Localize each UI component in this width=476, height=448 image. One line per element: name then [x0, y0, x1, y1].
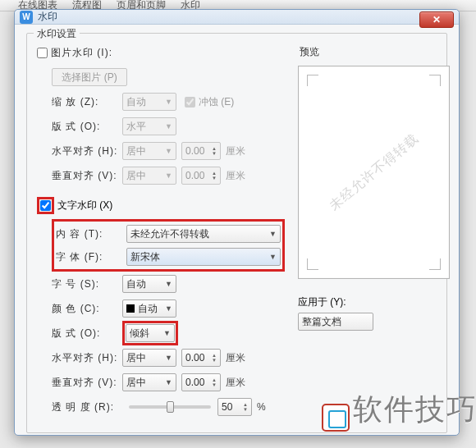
txt-valign-unit: 厘米 — [226, 376, 245, 390]
overlay-app-icon — [322, 404, 350, 432]
color-select[interactable]: 自动▼ — [122, 299, 176, 318]
opacity-num[interactable]: 50▲▼ — [217, 398, 252, 416]
txt-halign-label: 水平对齐 (H): — [52, 351, 122, 365]
watermark-dialog: W 水印 ✕ 水印设置 图片水印 (I): 选择图片 (P) 缩 放 (Z): — [14, 9, 460, 436]
txt-halign-num[interactable]: 0.00▲▼ — [181, 349, 221, 367]
zoom-select: 自动▼ — [122, 93, 176, 111]
choose-picture-button: 选择图片 (P) — [52, 68, 127, 86]
txt-valign-label: 垂直对齐 (V): — [52, 376, 122, 390]
pic-layout-select: 水平▼ — [122, 117, 176, 135]
corner-icon — [307, 75, 318, 86]
pic-valign-unit: 厘米 — [226, 169, 245, 183]
pic-halign-num: 0.00▲▼ — [181, 142, 221, 160]
size-select[interactable]: 自动▼ — [122, 275, 176, 293]
washout-checkbox — [185, 97, 195, 107]
txt-layout-label: 版 式 (O): — [52, 327, 122, 341]
picture-watermark-label: 图片水印 (I): — [51, 46, 112, 60]
corner-icon — [429, 75, 441, 86]
txt-halign-unit: 厘米 — [226, 351, 245, 365]
txt-valign-num[interactable]: 0.00▲▼ — [181, 373, 221, 391]
txt-halign-select[interactable]: 居中▼ — [122, 349, 176, 367]
corner-icon — [307, 258, 318, 270]
opacity-label: 透 明 度 (R): — [52, 400, 122, 414]
zoom-label: 缩 放 (Z): — [52, 95, 122, 109]
slider-thumb-icon[interactable] — [167, 401, 174, 413]
apply-to-select[interactable]: 整篇文档 — [298, 313, 373, 331]
settings-groupbox: 水印设置 图片水印 (I): 选择图片 (P) 缩 放 (Z): 自动▼ — [26, 33, 447, 433]
corner-icon — [429, 258, 441, 270]
pic-valign-num: 0.00▲▼ — [181, 167, 221, 185]
preview-label: 预览 — [300, 45, 450, 59]
pic-halign-unit: 厘米 — [226, 144, 245, 158]
washout-label: 冲蚀 (E) — [199, 95, 234, 109]
txt-valign-select[interactable]: 居中▼ — [122, 373, 176, 391]
preview-box: 未经允许不得转载 — [298, 66, 450, 279]
text-watermark-checkbox[interactable] — [40, 200, 51, 211]
content-select[interactable]: 未经允许不得转载▼ — [126, 225, 281, 243]
pic-halign-select: 居中▼ — [122, 142, 176, 160]
preview-watermark-text: 未经允许不得转载 — [326, 130, 423, 215]
apply-to-label: 应用于 (Y): — [298, 295, 450, 309]
font-label: 字 体 (F): — [56, 250, 126, 264]
pic-valign-select: 居中▼ — [122, 167, 176, 185]
app-logo-icon: W — [20, 11, 33, 24]
picture-watermark-checkbox[interactable] — [37, 48, 48, 58]
pic-halign-label: 水平对齐 (H): — [52, 144, 122, 158]
titlebar: W 水印 ✕ — [15, 10, 459, 25]
content-label: 内 容 (T): — [56, 227, 126, 241]
font-select[interactable]: 新宋体▼ — [126, 248, 281, 266]
color-swatch-icon — [126, 304, 135, 313]
group-legend: 水印设置 — [34, 27, 80, 41]
size-label: 字 号 (S): — [52, 277, 122, 291]
text-watermark-label: 文字水印 (X) — [57, 199, 112, 213]
opacity-slider[interactable] — [129, 405, 211, 409]
txt-layout-select[interactable]: 倾斜▼ — [126, 324, 175, 342]
dialog-title: 水印 — [38, 10, 57, 24]
pic-layout-label: 版 式 (O): — [52, 120, 122, 134]
pic-valign-label: 垂直对齐 (V): — [52, 169, 122, 183]
opacity-unit: % — [257, 401, 266, 413]
color-label: 颜 色 (C): — [52, 302, 122, 316]
